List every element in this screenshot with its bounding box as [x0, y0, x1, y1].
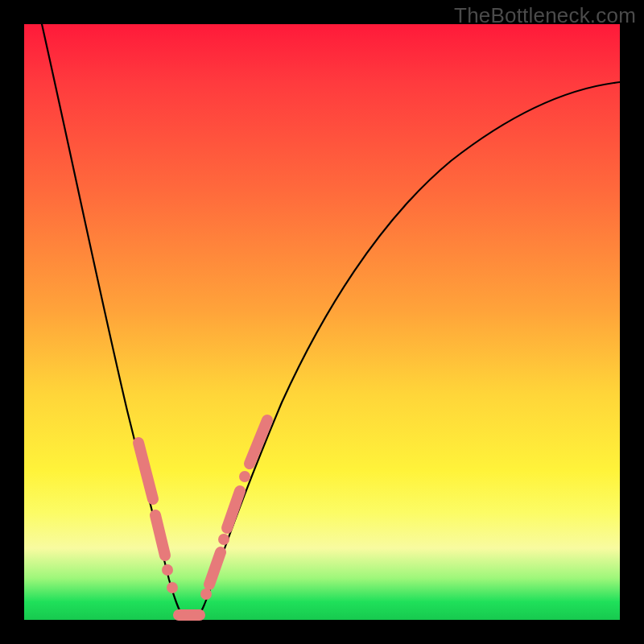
curve-highlight-markers [138, 420, 267, 615]
curve-svg [24, 24, 620, 620]
chart-canvas: TheBottleneck.com [0, 0, 644, 644]
marker-dot [239, 471, 250, 482]
marker-dot [200, 588, 212, 600]
marker-seg [138, 443, 153, 499]
bottleneck-curve [42, 24, 620, 618]
marker-seg [209, 552, 221, 584]
marker-seg [155, 515, 165, 555]
marker-dot [167, 582, 178, 593]
marker-dot [218, 534, 229, 545]
marker-seg [227, 491, 240, 528]
plot-area [24, 24, 620, 620]
marker-dot [162, 564, 173, 576]
